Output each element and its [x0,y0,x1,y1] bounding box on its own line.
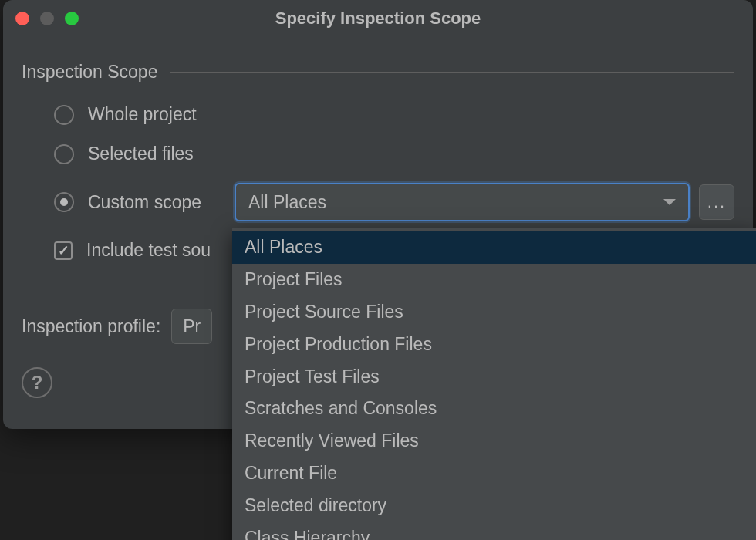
radio-custom-scope-row: Custom scope All Places ... [54,183,734,221]
radio-label: Whole project [88,104,197,125]
combo-value: All Places [248,192,663,213]
radio-label: Custom scope [88,192,221,213]
chevron-down-icon [663,199,676,205]
radio-selected-files[interactable]: Selected files [54,143,734,164]
titlebar: Specify Inspection Scope [3,0,753,37]
dropdown-item[interactable]: Current File [232,457,756,490]
radio-icon [54,192,74,212]
radio-icon [54,144,74,164]
divider [170,72,734,73]
close-window-button[interactable] [15,12,29,25]
window-controls [15,12,79,25]
radio-custom-scope[interactable]: Custom scope [54,192,221,213]
dropdown-item[interactable]: Selected directory [232,490,756,522]
zoom-window-button[interactable] [65,12,79,25]
help-button[interactable]: ? [22,367,52,398]
dropdown-item[interactable]: Project Test Files [232,361,756,393]
radio-label: Selected files [88,143,194,164]
dropdown-item[interactable]: Project Files [232,264,756,296]
section-title: Inspection Scope [22,62,157,83]
help-icon: ? [32,372,43,393]
checkbox-label: Include test sou [86,240,211,261]
ellipsis-icon: ... [707,192,726,212]
radio-whole-project[interactable]: Whole project [54,104,734,125]
profile-label: Inspection profile: [22,316,160,337]
dropdown-item[interactable]: All Places [232,231,756,264]
dialog-title: Specify Inspection Scope [275,8,481,29]
browse-scope-button[interactable]: ... [699,184,734,220]
section-header: Inspection Scope [22,62,734,83]
custom-scope-combo[interactable]: All Places [235,183,690,221]
combo-value: Pr [183,316,201,337]
custom-scope-dropdown: All Places Project Files Project Source … [232,228,756,540]
dropdown-item[interactable]: Class Hierarchy [232,522,756,540]
dropdown-item[interactable]: Project Production Files [232,329,756,361]
dropdown-item[interactable]: Recently Viewed Files [232,425,756,457]
dropdown-item[interactable]: Scratches and Consoles [232,393,756,425]
radio-icon [54,105,74,125]
custom-scope-controls: All Places ... [235,183,734,221]
checkbox-icon [54,241,73,260]
dropdown-item[interactable]: Project Source Files [232,296,756,329]
minimize-window-button[interactable] [40,12,54,25]
inspection-profile-combo[interactable]: Pr [171,309,212,344]
scope-radio-group: Whole project Selected files Custom scop… [22,104,734,221]
